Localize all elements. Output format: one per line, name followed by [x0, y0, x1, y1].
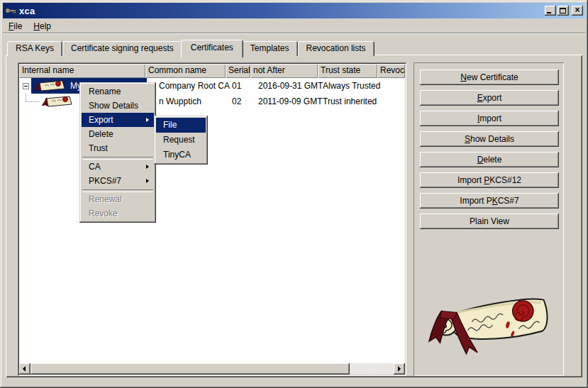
- table-header: Internal name Common name Serial not Aft…: [19, 64, 405, 78]
- context-menu: Rename Show Details Export Delete Trust …: [79, 82, 156, 223]
- menu-file[interactable]: File: [3, 20, 28, 33]
- delete-button[interactable]: Delete: [420, 152, 559, 167]
- maximize-icon: [560, 8, 566, 13]
- column-header-common-name[interactable]: Common name: [145, 64, 226, 78]
- window-controls: ×: [543, 6, 583, 16]
- title-bar[interactable]: xca ×: [3, 3, 585, 18]
- menu-item-rename[interactable]: Rename: [82, 84, 154, 99]
- minimize-icon: [547, 12, 551, 13]
- maximize-button[interactable]: [558, 6, 569, 16]
- column-header-not-after[interactable]: not After: [250, 64, 318, 78]
- serial-cell: 01: [232, 78, 241, 94]
- new-certificate-button[interactable]: New Certificate: [420, 70, 559, 85]
- import-pkcs7-button[interactable]: Import PKCS#7: [420, 193, 559, 209]
- menubar-separator: [3, 33, 585, 34]
- menu-item-revoke: Revoke: [82, 206, 154, 221]
- tree-line: [26, 94, 26, 101]
- menu-item-pkcs7[interactable]: PKCS#7: [82, 174, 154, 188]
- menu-item-trust[interactable]: Trust: [82, 141, 154, 155]
- table-row[interactable]: My Company Root CA 01 2016-09-31 GMT Alw…: [19, 78, 405, 94]
- menu-item-delete[interactable]: Delete: [82, 127, 154, 141]
- key-icon: [5, 5, 16, 16]
- import-pkcs12-button[interactable]: Import PKCS#12: [420, 172, 559, 188]
- export-submenu: File Request TinyCA: [154, 116, 208, 165]
- show-details-button[interactable]: Show Details: [420, 131, 559, 147]
- menu-item-ca[interactable]: CA: [82, 160, 154, 174]
- minimize-button[interactable]: [545, 6, 556, 16]
- app-window: xca × File Help RSA Keys Certificate sig…: [0, 0, 588, 388]
- action-panel: New Certificate Export Import Show Detai…: [414, 62, 564, 376]
- menu-item-export[interactable]: Export: [82, 113, 154, 127]
- tab-revocation-lists[interactable]: Revocation lists: [298, 41, 375, 56]
- window-title: xca: [19, 6, 35, 16]
- column-header-revocation[interactable]: Revoca: [377, 64, 405, 78]
- plain-view-button[interactable]: Plain View: [420, 214, 559, 229]
- tab-bar: RSA Keys Certificate signing requests Ce…: [7, 38, 375, 56]
- tab-certificate-signing-requests[interactable]: Certificate signing requests: [62, 41, 182, 56]
- submenu-arrow-icon: [146, 179, 149, 183]
- submenu-arrow-icon: [146, 165, 149, 169]
- not-after-cell: 2011-09-09 GMT: [258, 94, 323, 109]
- menu-item-renewal: Renewal: [82, 192, 154, 206]
- tab-rsa-keys[interactable]: RSA Keys: [7, 41, 62, 56]
- common-name-cell: n Wupptich: [159, 94, 201, 109]
- common-name-cell: Company Root CA: [159, 78, 230, 94]
- close-button[interactable]: ×: [572, 6, 583, 16]
- tab-certificates[interactable]: Certificates: [181, 40, 243, 57]
- scroll-left-button[interactable]: [19, 363, 30, 375]
- certificate-table: Internal name Common name Serial not Aft…: [18, 62, 406, 376]
- scroll-right-button[interactable]: [394, 363, 405, 375]
- certificate-icon: [33, 80, 66, 92]
- menu-help[interactable]: Help: [28, 20, 57, 33]
- column-header-internal-name[interactable]: Internal name: [19, 64, 145, 78]
- horizontal-scrollbar[interactable]: [19, 363, 405, 375]
- submenu-arrow-icon: [146, 118, 149, 122]
- submenu-item-tinyca[interactable]: TinyCA: [156, 148, 206, 162]
- xca-logo-image: [426, 288, 558, 359]
- arrow-right-icon: [398, 366, 401, 372]
- submenu-item-request[interactable]: Request: [156, 133, 206, 148]
- trust-state-cell: Trust inherited: [323, 94, 377, 109]
- table-row[interactable]: n Wupptich 02 2011-09-09 GMT Trust inher…: [19, 94, 405, 109]
- arrow-left-icon: [23, 366, 26, 372]
- close-icon: ×: [572, 5, 583, 15]
- column-header-serial[interactable]: Serial: [226, 64, 250, 78]
- menu-item-show-details[interactable]: Show Details: [82, 99, 154, 113]
- submenu-item-file[interactable]: File: [156, 118, 206, 133]
- column-header-trust-state[interactable]: Trust state: [318, 64, 377, 78]
- tree-collapse-icon[interactable]: [23, 83, 29, 89]
- status-bar: [3, 379, 585, 385]
- scrollbar-thumb[interactable]: [30, 363, 350, 375]
- tab-templates[interactable]: Templates: [242, 41, 298, 56]
- trust-state-cell: Always Trusted: [323, 78, 380, 94]
- import-button[interactable]: Import: [420, 111, 559, 126]
- serial-cell: 02: [232, 94, 241, 109]
- tree-line: [26, 101, 39, 102]
- not-after-cell: 2016-09-31 GMT: [258, 78, 323, 94]
- menu-bar: File Help: [3, 19, 585, 33]
- export-button[interactable]: Export: [420, 90, 559, 106]
- certificate-icon: [40, 96, 73, 108]
